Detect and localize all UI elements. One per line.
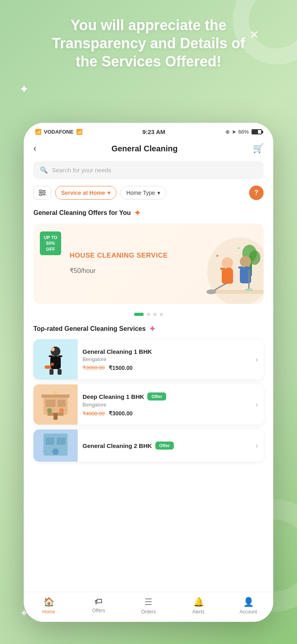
service-at-home-filter[interactable]: Service at Home ▾ [55, 186, 116, 200]
service-info-1: General Cleaning 1 BHK Bengalore ₹3000.0… [78, 343, 256, 376]
signal-icon: 📶 [35, 129, 41, 135]
service-img-2 [33, 384, 78, 425]
offer-banner[interactable]: UP TO50%OFF HOUSE CLEANING SERVICE ₹50/h… [33, 223, 264, 304]
orders-nav-label: Orders [141, 609, 156, 615]
top-rated-section-title: Top-rated General Cleaning Services ✦ [24, 322, 273, 339]
svg-rect-43 [45, 438, 54, 445]
original-price-2: ₹4000.00 [82, 411, 105, 417]
original-price-1: ₹3000.00 [82, 365, 105, 371]
svg-point-3 [40, 190, 42, 192]
service-item-1[interactable]: General Cleaning 1 BHK Bengalore ₹3000.0… [33, 339, 264, 380]
dot-2 [147, 313, 150, 316]
sliders-icon [39, 190, 46, 196]
location-icon: ⊕ [225, 129, 230, 135]
banner-title: HOUSE CLEANING SERVICE [70, 252, 168, 260]
service-name-2: Deep Cleaning 1 BHK [82, 393, 144, 400]
offers-nav-icon: 🏷 [95, 597, 103, 606]
svg-rect-35 [58, 400, 66, 407]
svg-rect-13 [220, 268, 225, 270]
svg-rect-12 [222, 268, 233, 284]
service-name-3: General Cleaning 2 BHK [82, 442, 152, 449]
scroll-content: 🔍 Search for your needs Service at Home … [24, 159, 273, 471]
home-nav-icon: 🏠 [43, 597, 54, 607]
dot-4 [160, 313, 163, 316]
svg-point-40 [54, 391, 57, 394]
service-at-home-label: Service at Home [61, 190, 105, 196]
top-rated-title-text: Top-rated General Cleaning Services [33, 325, 146, 332]
price-row-2: ₹4000.00 ₹3000.00 [82, 410, 251, 417]
search-bar[interactable]: 🔍 Search for your needs [33, 161, 264, 179]
service-illustration-1 [41, 343, 70, 376]
service-illustration-2 [41, 388, 70, 421]
svg-rect-21 [245, 289, 253, 291]
svg-rect-18 [238, 266, 243, 268]
chevron-icon-3: › [256, 442, 258, 450]
svg-rect-26 [49, 355, 53, 357]
chevron-icon-2: › [256, 400, 258, 409]
nav-orders[interactable]: ☰ Orders [136, 597, 161, 615]
svg-rect-34 [45, 400, 56, 407]
offers-title-text: General Cleaning Offers for You [33, 209, 131, 217]
nav-offers[interactable]: 🏷 Offers [87, 597, 111, 615]
service-item-2[interactable]: Deep Cleaning 1 BHK Offer Bengalore ₹400… [33, 384, 264, 425]
svg-rect-39 [41, 394, 70, 398]
service-item-right-3: › [256, 442, 258, 450]
svg-point-45 [52, 448, 59, 455]
orders-nav-icon: ☰ [144, 597, 153, 607]
svg-rect-30 [58, 369, 62, 375]
offers-nav-label: Offers [92, 608, 105, 613]
svg-point-36 [59, 408, 64, 413]
back-button[interactable]: ‹ [33, 143, 36, 154]
service-item-right-2: › [256, 400, 258, 409]
nav-home[interactable]: 🏠 Home [37, 597, 61, 615]
carousel-dots [24, 308, 273, 322]
home-type-filter[interactable]: Home Type ▾ [120, 186, 166, 200]
svg-rect-27 [58, 355, 62, 357]
cart-icon[interactable]: 🛒 [253, 143, 264, 154]
help-button[interactable]: ? [249, 186, 264, 200]
svg-rect-29 [50, 369, 54, 375]
account-nav-label: Account [239, 609, 257, 615]
offers-section-title: General Cleaning Offers for You ✦ [24, 206, 273, 223]
svg-point-15 [206, 289, 216, 294]
plus-deco-top: ✦ [149, 324, 156, 334]
svg-point-32 [51, 347, 55, 351]
battery-percent: 66% [238, 129, 249, 135]
banner-illustration: ✦ + [175, 231, 264, 304]
dropdown-arrow: ▾ [107, 190, 110, 196]
service-img-3 [33, 429, 78, 462]
home-type-label: Home Type [126, 190, 155, 196]
search-placeholder: Search for your needs [52, 167, 111, 173]
plus-deco-offers: ✦ [134, 208, 141, 218]
svg-rect-25 [50, 356, 61, 369]
page-title: General Cleaning [111, 144, 178, 153]
service-name-1: General Cleaning 1 BHK [82, 348, 251, 355]
battery-bar [252, 129, 262, 134]
home-nav-label: Home [42, 609, 55, 615]
alerts-nav-label: Alerts [192, 609, 205, 615]
service-item-right-1: › [256, 355, 258, 364]
service-illustration-3 [41, 429, 70, 462]
svg-point-11 [222, 257, 233, 268]
status-bar: 📶 VODAFONE 📶 9:23 AM ⊕ ➤ 66% [24, 123, 273, 139]
nav-alerts[interactable]: 🔔 Alerts [186, 597, 210, 615]
svg-point-6 [207, 237, 264, 304]
svg-text:+: + [237, 246, 240, 250]
nav-account[interactable]: 👤 Account [236, 597, 260, 615]
svg-point-37 [47, 408, 52, 413]
svg-point-16 [240, 256, 251, 267]
account-nav-icon: 👤 [243, 597, 254, 607]
service-item-3[interactable]: General Cleaning 2 BHK Offer › [33, 429, 264, 462]
star-deco-2: ✦ [19, 83, 29, 96]
offer-badge-3: Offer [155, 442, 174, 450]
star-deco-1: ✕ [250, 28, 259, 41]
svg-text:✦: ✦ [215, 253, 219, 259]
carrier-label: VODAFONE [44, 129, 74, 135]
service-location-1: Bengalore [82, 356, 251, 362]
svg-rect-10 [211, 290, 264, 294]
chevron-icon-1: › [256, 355, 258, 364]
filter-settings-button[interactable] [33, 186, 51, 200]
bottom-nav: 🏠 Home 🏷 Offers ☰ Orders 🔔 Alerts 👤 Acco… [24, 592, 273, 622]
service-location-2: Bengalore [82, 402, 251, 408]
app-header: ‹ General Cleaning 🛒 [24, 139, 273, 159]
